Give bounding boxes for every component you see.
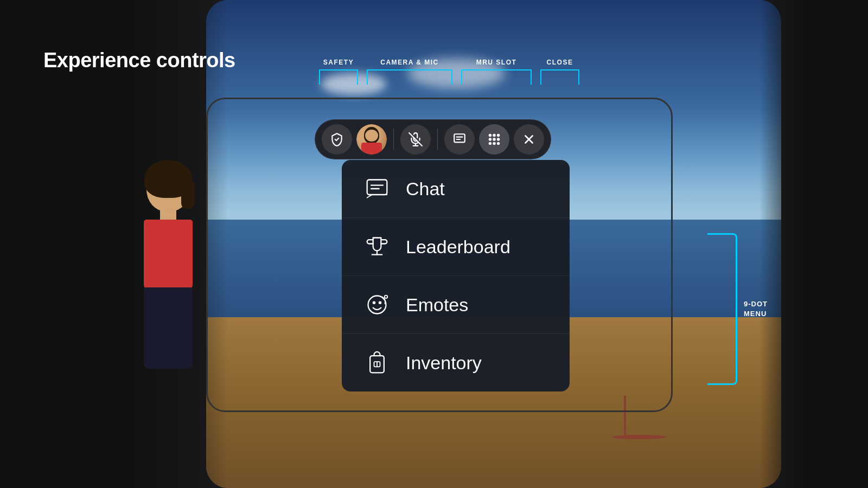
- svg-rect-3: [454, 134, 465, 142]
- svg-point-24: [379, 302, 381, 304]
- nine-dot-icon: [487, 132, 501, 146]
- toolbar: [315, 119, 551, 159]
- svg-point-23: [373, 302, 375, 304]
- svg-point-9: [489, 138, 491, 140]
- close-label: CLOSE: [547, 59, 573, 66]
- svg-point-25: [385, 296, 388, 299]
- close-icon: [522, 132, 536, 146]
- camera-mic-label: CAMERA & MIC: [380, 59, 439, 66]
- nine-dot-annotation-label: 9-DOT MENU: [744, 299, 768, 319]
- camera-mic-bracket: CAMERA & MIC: [362, 59, 457, 85]
- chat-icon-menu: [363, 175, 391, 202]
- svg-rect-17: [367, 180, 387, 195]
- svg-point-11: [497, 138, 499, 140]
- svg-point-13: [493, 143, 495, 144]
- avatar-mini-preview: [356, 124, 387, 155]
- safety-button[interactable]: [322, 124, 352, 155]
- svg-point-14: [497, 143, 499, 144]
- avatar-button[interactable]: [356, 124, 387, 155]
- menu-item-emotes[interactable]: Emotes: [342, 276, 570, 334]
- close-bracket: CLOSE: [536, 59, 584, 85]
- mic-off-icon: [409, 132, 423, 146]
- menu-item-leaderboard-label: Leaderboard: [406, 236, 510, 258]
- menu-item-inventory-label: Inventory: [406, 352, 482, 374]
- trophy-icon-menu: [363, 233, 391, 260]
- bracket-annotations: SAFETY CAMERA & MIC MRU SLOT CLOSE: [315, 59, 584, 85]
- nine-dot-menu-dropdown: Chat Leaderboard Emotes: [342, 160, 570, 391]
- toolbar-divider-2: [437, 129, 438, 150]
- shield-check-icon: [330, 132, 344, 146]
- safety-label: SAFETY: [323, 59, 354, 66]
- chat-icon-toolbar: [452, 132, 467, 146]
- nine-dot-annotation: 9-DOT MENU: [707, 233, 768, 385]
- mru-slot-label: MRU SLOT: [476, 59, 517, 66]
- right-overlay: [760, 0, 868, 488]
- nine-dot-menu-button[interactable]: [479, 124, 509, 155]
- menu-item-emotes-label: Emotes: [406, 294, 468, 316]
- svg-point-6: [489, 134, 491, 136]
- menu-item-chat[interactable]: Chat: [342, 160, 570, 218]
- toolbar-divider-1: [393, 129, 394, 150]
- mic-button[interactable]: [400, 124, 431, 155]
- close-button[interactable]: [514, 124, 544, 155]
- safety-bracket: SAFETY: [315, 59, 362, 85]
- svg-point-10: [493, 138, 495, 140]
- mru-slot-bracket: MRU SLOT: [457, 59, 536, 85]
- avatar-character: [108, 163, 228, 434]
- svg-point-22: [368, 296, 386, 314]
- chat-button[interactable]: [444, 124, 475, 155]
- menu-item-leaderboard[interactable]: Leaderboard: [342, 218, 570, 276]
- svg-point-8: [497, 134, 499, 136]
- svg-point-7: [493, 134, 495, 136]
- page-title: Experience controls: [43, 49, 235, 72]
- inventory-icon-menu: [363, 349, 391, 376]
- emote-icon-menu: [363, 291, 391, 318]
- menu-item-chat-label: Chat: [406, 178, 445, 200]
- nine-dot-bracket-shape: [707, 233, 737, 385]
- svg-point-12: [489, 143, 491, 144]
- menu-item-inventory[interactable]: Inventory: [342, 334, 570, 391]
